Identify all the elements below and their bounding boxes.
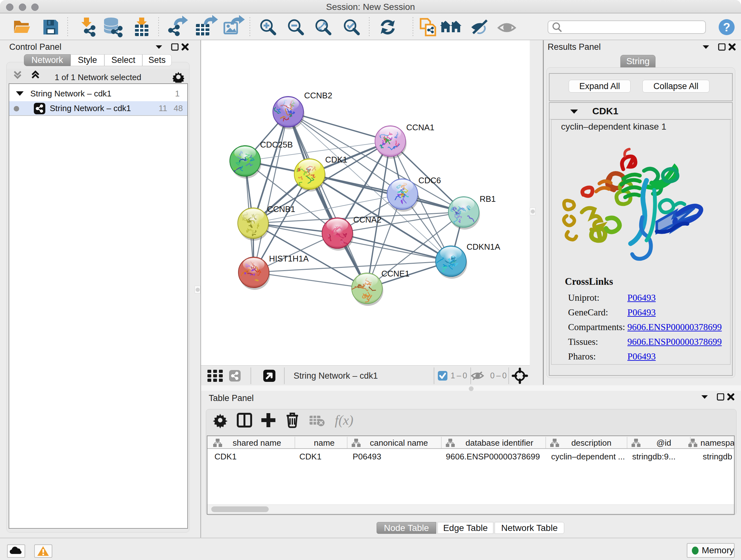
svg-text:CDKN1A: CDKN1A <box>467 242 500 252</box>
svg-text:RB1: RB1 <box>480 194 496 204</box>
svg-text:database identifier: database identifier <box>466 438 534 448</box>
svg-text:namespac: namespac <box>700 438 734 448</box>
svg-text:cyclin–dependent ...: cyclin–dependent ... <box>551 452 625 461</box>
svg-text:CCNA1: CCNA1 <box>406 123 434 132</box>
svg-text:1 – 0: 1 – 0 <box>451 371 467 380</box>
svg-text:0 – 0: 0 – 0 <box>490 371 507 380</box>
svg-text:CDK1: CDK1 <box>325 155 347 165</box>
svg-text:?: ? <box>723 21 731 34</box>
svg-text:P06493: P06493 <box>353 452 381 461</box>
svg-text:name: name <box>314 438 334 448</box>
svg-text:canonical name: canonical name <box>370 438 428 448</box>
svg-text:description: description <box>571 438 611 448</box>
svg-text:stringdb: stringdb <box>703 452 732 461</box>
svg-text:CCNB1: CCNB1 <box>267 204 295 214</box>
svg-text:CCNA2: CCNA2 <box>353 215 381 225</box>
svg-text:String Network – cdk1: String Network – cdk1 <box>293 371 378 381</box>
svg-text:CCNB2: CCNB2 <box>304 91 332 100</box>
svg-text:stringdb:9...: stringdb:9... <box>632 452 676 461</box>
svg-text:HIST1H1A: HIST1H1A <box>269 254 309 263</box>
svg-text:CDK1: CDK1 <box>299 452 321 461</box>
svg-text:shared name: shared name <box>232 438 281 448</box>
svg-text:9606.ENSP00000378699: 9606.ENSP00000378699 <box>446 452 540 461</box>
svg-text:CDC6: CDC6 <box>418 176 441 185</box>
svg-text:CDK1: CDK1 <box>214 452 237 461</box>
svg-text:f(x): f(x) <box>335 413 353 428</box>
svg-text:@id: @id <box>657 438 671 448</box>
svg-text:CCNE1: CCNE1 <box>381 269 409 278</box>
svg-text:CDC25B: CDC25B <box>260 140 293 149</box>
